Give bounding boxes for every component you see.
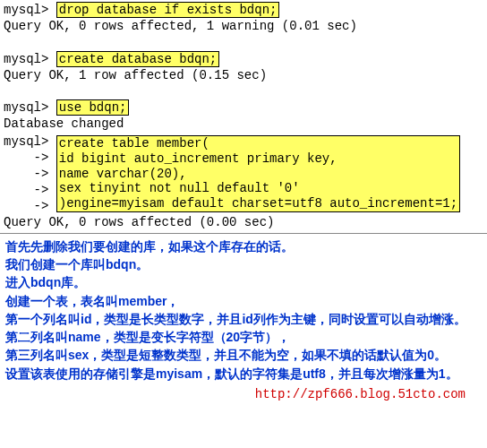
explanation-block: 首先先删除我们要创建的库，如果这个库存在的话。 我们创建一个库叫bdqn。 进入… (0, 234, 487, 384)
sql-drop: drop database if exists bdqn; (56, 2, 280, 18)
cmd-line-1: mysql> drop database if exists bdqn; (4, 2, 483, 18)
sql-create-db: create database bdqn; (56, 51, 219, 67)
cmd-line-3: mysql> use bdqn; (4, 99, 483, 116)
terminal-output: mysql> drop database if exists bdqn; Que… (0, 0, 487, 234)
footer-url: http://zpf666.blog.51cto.com (0, 386, 487, 402)
explain-line-1: 首先先删除我们要创建的库，如果这个库存在的话。 (5, 237, 482, 255)
create-table-block: mysql> -> -> -> -> create table member( … (4, 134, 483, 215)
prompt: mysql> (4, 3, 48, 17)
result-2: Query OK, 1 row affected (0.15 sec) (4, 67, 483, 83)
result-4: Query OK, 0 rows affected (0.00 sec) (4, 214, 483, 230)
result-1: Query OK, 0 rows affected, 1 warning (0.… (4, 18, 483, 34)
explain-line-6: 第二列名叫name，类型是变长字符型（20字节）， (5, 328, 482, 346)
explain-line-3: 进入bdqn库。 (5, 273, 482, 291)
cmd-line-2: mysql> create database bdqn; (4, 51, 483, 67)
explain-line-2: 我们创建一个库叫bdqn。 (5, 255, 482, 273)
sql-use: use bdqn; (56, 99, 130, 116)
explain-line-5: 第一个列名叫id，类型是长类型数字，并且id列作为主键，同时设置可以自动增涨。 (5, 310, 482, 328)
explain-line-7: 第三列名叫sex，类型是短整数类型，并且不能为空，如果不填的话默认值为0。 (5, 346, 482, 364)
explain-line-8: 设置该表使用的存储引擎是myisam，默认的字符集是utf8，并且每次增涨量为1… (5, 365, 482, 383)
result-3: Database changed (4, 116, 483, 132)
sql-create-table: create table member( id bigint auto_incr… (56, 135, 460, 212)
explain-line-4: 创建一个表，表名叫member， (5, 292, 482, 310)
